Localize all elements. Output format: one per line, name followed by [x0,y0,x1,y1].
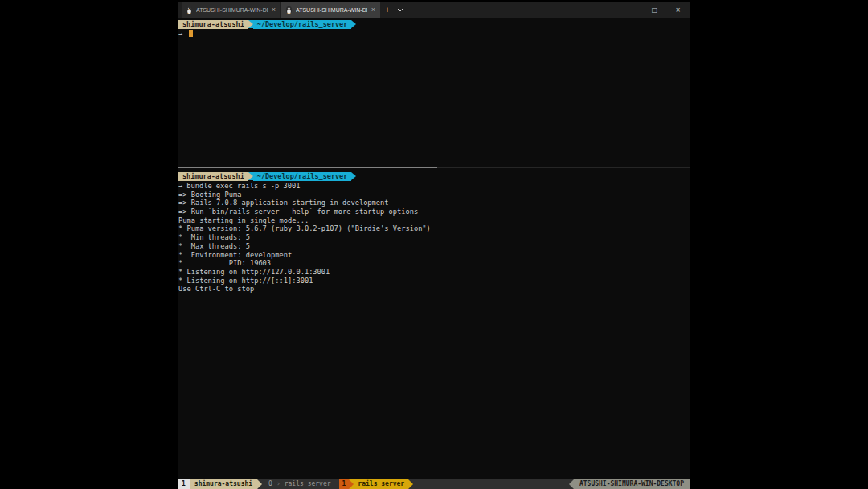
output-line: * Min threads: 5 [178,233,690,242]
output-line: * Puma version: 5.6.7 (ruby 3.0.2-p107) … [178,224,690,233]
terminal-body: shimura-atsushi ~/Develop/rails_server →… [178,18,690,479]
chevron-separator-icon: › [276,479,280,489]
command-line: →bundle exec rails s -p 3001 [178,182,690,191]
window-name: rails_server [285,479,331,489]
powerline-separator-icon [351,172,356,180]
output-line: * Environment: development [178,251,690,260]
tmux-pane-top[interactable]: shimura-atsushi ~/Develop/rails_server → [178,18,690,167]
terminal-window: ATSUSHI-SHIMURA-WIN-DESK × ATSUSHI-SHIMU… [178,2,690,489]
new-tab-button[interactable]: + [381,2,394,18]
penguin-icon [285,6,293,15]
prompt-arrow: → [178,182,182,190]
window-controls: ─ □ × [620,2,690,18]
window-index: 0 [268,479,272,489]
powerline-separator-icon [408,479,413,489]
output-line: => Run `bin/rails server --help` for mor… [178,208,690,216]
close-button[interactable]: × [666,2,690,18]
shell-prompt: shimura-atsushi ~/Develop/rails_server [178,172,690,181]
output-line: * Listening on http://[::1]:3001 [178,277,690,286]
tab-close-icon[interactable]: × [371,6,376,14]
penguin-icon [186,6,193,15]
prompt-user-segment: shimura-atsushi [178,20,248,29]
tab-1[interactable]: ATSUSHI-SHIMURA-WIN-DESK × [182,2,280,18]
tmux-pane-bottom[interactable]: shimura-atsushi ~/Develop/rails_server →… [178,168,690,479]
session-index-badge: 1 [178,479,190,489]
output-line: => Booting Puma [178,191,690,199]
minimize-button[interactable]: ─ [620,2,643,18]
output-line: Puma starting in single mode... [178,216,690,225]
prompt-arrow: → [178,30,182,38]
prompt-path-segment: ~/Develop/rails_server [253,172,352,181]
command-text: bundle exec rails s -p 3001 [186,182,300,190]
prompt-path-segment: ~/Develop/rails_server [253,20,352,29]
tab-strip: ATSUSHI-SHIMURA-WIN-DESK × ATSUSHI-SHIMU… [178,2,407,18]
prompt-user-segment: shimura-atsushi [178,172,248,181]
tab-dropdown-button[interactable] [394,2,407,18]
output-line: * Max threads: 5 [178,242,690,251]
output-line: => Rails 7.0.8 application starting in d… [178,199,690,208]
shell-prompt: shimura-atsushi ~/Develop/rails_server [178,20,690,29]
prompt-line: → [178,30,690,39]
tab-title: ATSUSHI-SHIMURA-WIN-DESK [196,7,268,13]
terminal-cursor [189,30,193,37]
tmux-window-1-index[interactable]: 1 [339,479,350,489]
tmux-window-0[interactable]: 0 › rails_server [262,479,337,489]
output-line: * PID: 19603 [178,259,690,268]
tab-title: ATSUSHI-SHIMURA-WIN-DESK [296,7,367,13]
titlebar: ATSUSHI-SHIMURA-WIN-DESK × ATSUSHI-SHIMU… [178,2,690,18]
tab-close-icon[interactable]: × [271,6,276,14]
status-left: 1 shimura-atsushi 0 › rails_server 1 rai… [178,479,569,489]
maximize-button[interactable]: □ [643,2,666,18]
hostname-segment: ATSUSHI-SHIMURA-WIN-DESKTOP [574,479,690,489]
session-name-segment: shimura-atsushi [190,479,257,489]
output-line: Use Ctrl-C to stop [178,285,690,294]
chevron-down-icon [397,8,403,12]
tab-2-active[interactable]: ATSUSHI-SHIMURA-WIN-DESK × [281,2,380,18]
powerline-separator-icon [351,20,356,28]
status-right: ATSUSHI-SHIMURA-WIN-DESKTOP [569,479,690,489]
tmux-window-1-active[interactable]: rails_server [354,479,408,489]
tmux-status-bar: 1 shimura-atsushi 0 › rails_server 1 rai… [178,479,690,489]
output-line: * Listening on http://127.0.0.1:3001 [178,268,690,277]
